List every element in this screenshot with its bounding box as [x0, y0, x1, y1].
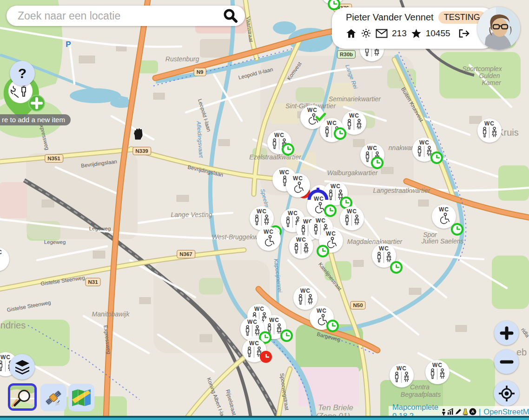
map-marker-wc[interactable]: WC [286, 173, 310, 197]
map-marker-wc[interactable]: WC [289, 235, 313, 259]
marker-label: WC [317, 308, 327, 314]
road-ref-badge: N31 [85, 278, 100, 286]
opening-hours-clock-badge [324, 204, 337, 217]
marker-label: WC [367, 145, 377, 151]
background-satellite-button[interactable] [40, 384, 66, 411]
svg-text:A: A [471, 409, 475, 414]
opening-hours-clock-badge [451, 223, 463, 236]
marker-label: WC [379, 246, 389, 251]
opening-hours-clock-badge [280, 329, 293, 342]
closed-clock-badge [260, 351, 272, 363]
map-marker-wc[interactable]: WC [372, 243, 396, 268]
marker-label: WC [254, 306, 264, 312]
marker-label: WC [264, 229, 274, 235]
marker-label: WC [316, 218, 326, 223]
marker-label: WC [484, 121, 495, 126]
marker-label: WC [269, 317, 279, 323]
map-marker-wc[interactable]: WC [319, 229, 343, 253]
user-panel: Pieter Vander Vennet TESTING 213 [332, 7, 496, 49]
messages-icon[interactable] [376, 29, 388, 38]
marker-label: WC [331, 184, 341, 189]
user-avatar[interactable] [477, 7, 520, 50]
road-ref-badge: N367 [177, 250, 195, 258]
marker-label: WC [293, 176, 303, 181]
opening-hours-clock-badge [326, 320, 339, 332]
map-marker-wc[interactable]: WC [477, 118, 502, 143]
map-marker-wc[interactable]: WC [412, 138, 436, 162]
search-icon[interactable] [223, 8, 238, 24]
map-marker-wc[interactable]: WC [257, 227, 281, 251]
road-ref-badge: N9 [194, 68, 206, 76]
layers-button[interactable] [9, 354, 35, 380]
marker-label: WC [327, 120, 337, 126]
marker-label: WC [300, 288, 311, 294]
logout-icon[interactable] [458, 28, 470, 39]
map-marker-wc[interactable]: WC [240, 317, 264, 341]
marker-label: WC [296, 237, 306, 243]
map-marker-wc[interactable]: WC [432, 204, 456, 229]
opening-hours-clock-badge [390, 261, 403, 274]
hand-cursor-icon [132, 127, 144, 142]
geolocate-button[interactable] [494, 381, 519, 406]
marker-label: WC [249, 341, 259, 346]
map-marker-wc[interactable]: WC [390, 363, 414, 387]
add-item-tooltip: re to add a new item [0, 114, 71, 125]
marker-label: WC [279, 170, 290, 175]
marker-label: WC [326, 231, 336, 236]
marker-label: WC [347, 209, 357, 214]
help-button[interactable]: ? [10, 61, 35, 86]
settings-gear-icon[interactable] [361, 28, 371, 39]
location-search-bar[interactable] [7, 6, 245, 26]
attribution-separator: | [479, 407, 481, 416]
marker-label: WC [0, 249, 2, 255]
star-icon[interactable] [411, 28, 422, 39]
home-icon[interactable] [346, 28, 357, 39]
road-ref-badge: N351 [45, 154, 63, 163]
edit-pencil-icon [455, 408, 462, 415]
opening-hours-clock-badge [282, 143, 294, 156]
road-ref-badge: R30b [337, 50, 356, 59]
road-ref-badge: N339 [132, 147, 151, 155]
background-map-button[interactable] [68, 384, 94, 411]
search-input[interactable] [17, 9, 223, 23]
marker-label: WC [288, 210, 298, 216]
flag-icon [462, 408, 469, 415]
map-marker-wc[interactable]: WC [267, 130, 291, 154]
opening-hours-clock-badge [430, 151, 443, 164]
marker-label: WC [419, 140, 430, 145]
user-name: Pieter Vander Vennet [346, 12, 434, 23]
changeset-count: 10455 [426, 28, 450, 39]
zoom-in-button[interactable] [494, 321, 519, 345]
zoom-out-button[interactable] [494, 349, 519, 374]
road-ref-badge: N50 [350, 301, 365, 309]
attribution-icons: A [441, 408, 476, 415]
map-marker-wc[interactable]: WC [425, 360, 450, 384]
bottom-strip-cyan [0, 418, 529, 420]
message-count: 213 [392, 28, 407, 39]
map-marker-wc[interactable]: WC [310, 306, 334, 330]
selected-marker-arc [307, 188, 329, 203]
marker-label: WC [274, 132, 284, 138]
marker-label: WC [307, 107, 317, 113]
mapcomplete-app: Brugge-Sint-PietersRustenburgSint-Gillis… [0, 0, 529, 420]
background-osm-button[interactable] [8, 383, 37, 411]
map-marker-wc[interactable]: WC [242, 338, 266, 362]
opening-hours-clock-badge [371, 157, 384, 169]
map-marker-wc[interactable]: WC [360, 143, 384, 167]
marker-label: WC [257, 209, 267, 214]
marker-label: WC [439, 207, 449, 212]
statistics-icon [447, 408, 455, 415]
marker-label: WC [247, 319, 258, 325]
map-marker-wc[interactable]: WC [293, 286, 317, 310]
osm-link[interactable]: OpenStreetMap [483, 407, 529, 416]
map-marker-wc[interactable]: WC [340, 206, 364, 230]
marker-label: WC [349, 113, 359, 118]
opening-hours-clock-badge [334, 127, 346, 140]
marker-label: WC [0, 354, 11, 360]
map-marker-wc[interactable]: WC [320, 118, 344, 142]
marker-label: WC [432, 362, 443, 368]
marker-label: WC [397, 366, 407, 371]
license-icon: A [469, 408, 476, 415]
opening-hours-clock-badge [317, 245, 329, 257]
contributor-icon [441, 408, 447, 415]
